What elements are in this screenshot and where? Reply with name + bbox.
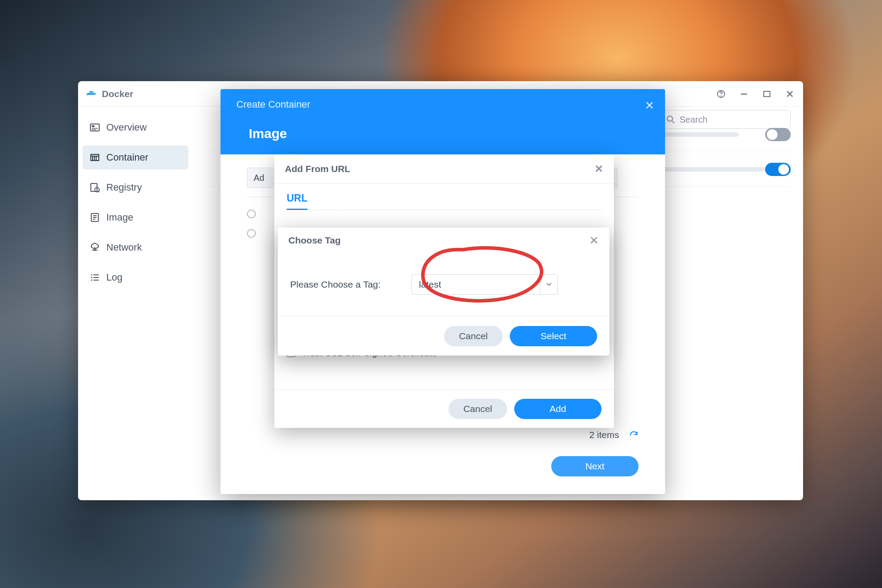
refresh-icon[interactable] bbox=[629, 430, 639, 440]
svg-rect-11 bbox=[92, 128, 98, 129]
tag-select[interactable]: latest bbox=[411, 274, 558, 295]
items-count-footer: 2 items bbox=[589, 430, 639, 440]
svg-point-6 bbox=[721, 96, 721, 96]
search-icon bbox=[666, 115, 675, 124]
sidebar-item-label: Container bbox=[106, 152, 148, 163]
svg-point-19 bbox=[91, 277, 93, 278]
radio-icon bbox=[247, 210, 256, 218]
log-icon bbox=[90, 272, 100, 283]
close-icon[interactable]: ✕ bbox=[589, 234, 599, 247]
modal-header: Add From URL ✕ bbox=[274, 154, 614, 184]
help-button[interactable] bbox=[716, 89, 726, 99]
maximize-button[interactable] bbox=[762, 89, 772, 99]
svg-rect-3 bbox=[90, 91, 91, 93]
docker-icon bbox=[86, 90, 97, 98]
svg-point-23 bbox=[667, 116, 673, 121]
svg-rect-8 bbox=[764, 91, 770, 97]
tag-select-value: latest bbox=[412, 279, 540, 290]
cancel-button[interactable]: Cancel bbox=[444, 326, 503, 346]
select-button[interactable]: Select bbox=[510, 326, 597, 346]
network-icon bbox=[90, 242, 100, 253]
svg-rect-4 bbox=[91, 91, 93, 93]
svg-rect-12 bbox=[92, 129, 96, 130]
add-button[interactable]: Add bbox=[514, 399, 602, 419]
modal-title: Choose Tag bbox=[288, 235, 341, 246]
sidebar: Overview Container Registry Image Networ… bbox=[78, 107, 193, 500]
sidebar-item-network[interactable]: Network bbox=[82, 236, 188, 259]
sidebar-item-label: Network bbox=[106, 242, 142, 253]
sidebar-item-label: Registry bbox=[106, 182, 142, 193]
tab-url[interactable]: URL bbox=[287, 192, 307, 210]
svg-rect-10 bbox=[92, 125, 94, 127]
overview-icon bbox=[90, 122, 100, 133]
search-input[interactable]: Search bbox=[661, 110, 791, 129]
chevron-down-icon bbox=[540, 275, 557, 294]
sidebar-item-registry[interactable]: Registry bbox=[82, 176, 188, 199]
svg-rect-20 bbox=[93, 277, 99, 278]
sidebar-item-label: Image bbox=[106, 212, 133, 223]
image-icon bbox=[90, 212, 100, 223]
sidebar-item-log[interactable]: Log bbox=[82, 266, 188, 289]
modal-title: Add From URL bbox=[285, 164, 350, 174]
modal-title: Create Container bbox=[236, 99, 649, 110]
search-placeholder: Search bbox=[680, 115, 707, 125]
svg-rect-22 bbox=[93, 280, 99, 281]
sidebar-item-container[interactable]: Container bbox=[82, 146, 188, 169]
cancel-button[interactable]: Cancel bbox=[448, 399, 507, 419]
items-count: 2 items bbox=[589, 430, 619, 440]
sidebar-item-overview[interactable]: Overview bbox=[82, 116, 188, 139]
close-icon[interactable]: ✕ bbox=[645, 99, 654, 112]
tag-label: Please Choose a Tag: bbox=[290, 279, 381, 290]
svg-rect-7 bbox=[741, 94, 747, 95]
sidebar-item-label: Log bbox=[106, 272, 123, 283]
container-icon bbox=[90, 152, 100, 163]
container-toggle[interactable] bbox=[765, 163, 791, 176]
svg-rect-18 bbox=[93, 274, 99, 275]
modal-heading: Image bbox=[249, 126, 649, 141]
svg-point-21 bbox=[91, 280, 93, 281]
radio-icon bbox=[247, 229, 256, 238]
container-toggle[interactable] bbox=[765, 128, 791, 141]
modal-header: Choose Tag ✕ bbox=[278, 228, 609, 253]
registry-icon bbox=[90, 182, 100, 193]
minimize-button[interactable] bbox=[739, 89, 749, 99]
next-button[interactable]: Next bbox=[551, 456, 639, 476]
close-icon[interactable]: ✕ bbox=[594, 163, 603, 175]
svg-point-17 bbox=[91, 274, 93, 276]
sidebar-item-image[interactable]: Image bbox=[82, 206, 188, 229]
modal-header: Create Container ✕ Image bbox=[220, 89, 665, 154]
sidebar-item-label: Overview bbox=[106, 122, 147, 133]
svg-rect-9 bbox=[90, 124, 99, 131]
choose-tag-modal: Choose Tag ✕ Please Choose a Tag: latest… bbox=[278, 228, 609, 356]
close-button[interactable] bbox=[785, 89, 795, 99]
